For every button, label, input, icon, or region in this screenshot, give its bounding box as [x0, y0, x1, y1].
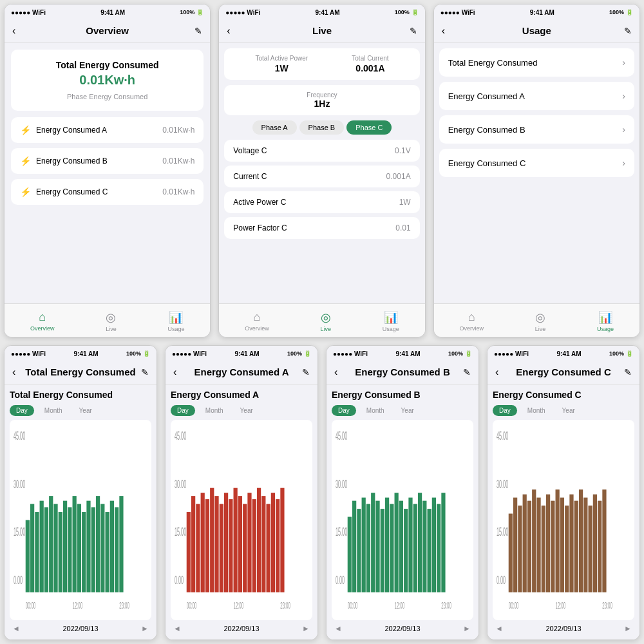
tab-overview-live[interactable]: ◎ Live: [106, 310, 117, 332]
chart-tab-day-c[interactable]: Day: [493, 405, 517, 416]
chart-b-phone: ●●●●● WiFi 9:41 AM 100% 🔋 ‹ Energy Consu…: [326, 345, 479, 640]
svg-rect-36: [191, 496, 195, 592]
back-button-live[interactable]: ‹: [227, 25, 240, 37]
svg-rect-106: [579, 489, 583, 592]
chart-c-phone: ●●●●● WiFi 9:41 AM 100% 🔋 ‹ Energy Consu…: [487, 345, 640, 640]
svg-rect-81: [432, 498, 436, 592]
voltage-value: 0.1V: [395, 146, 411, 155]
phase-btn-c[interactable]: Phase C: [346, 120, 392, 135]
usage-item-c[interactable]: Energy Consumed C ›: [439, 149, 634, 177]
edit-btn-chart-a[interactable]: ✎: [297, 367, 310, 377]
chart-total-content: Total Energy Consumed Day Month Year 45.…: [5, 384, 156, 639]
chart-tab-year-total[interactable]: Year: [73, 405, 99, 416]
svg-rect-18: [77, 504, 81, 592]
tab-usage-live[interactable]: ◎ Live: [535, 310, 546, 332]
next-arrow-a[interactable]: ►: [302, 624, 310, 633]
svg-text:0.00: 0.00: [497, 574, 506, 587]
chart-date-total: 2022/09/13: [62, 625, 98, 632]
next-arrow-total[interactable]: ►: [141, 624, 149, 633]
svg-rect-76: [408, 498, 412, 592]
edit-button-overview[interactable]: ✎: [189, 26, 202, 36]
nav-bar-chart-b: ‹ Energy Consumed B ✎: [327, 360, 478, 384]
svg-rect-83: [441, 493, 445, 592]
chart-tab-month-total[interactable]: Month: [38, 405, 69, 416]
tab-overview-usage[interactable]: 📊 Usage: [167, 310, 184, 332]
usage-label-a: Energy Consumed A: [448, 91, 525, 101]
phase-item-a[interactable]: ⚡ Energy Consumed A 0.01Kw·h: [11, 117, 204, 143]
chart-tab-month-a[interactable]: Month: [199, 405, 230, 416]
phase-btn-a[interactable]: Phase A: [252, 120, 297, 135]
live-icon-usage: ◎: [535, 310, 545, 325]
live-active-power: Total Active Power 1W: [255, 55, 308, 73]
edit-btn-chart-c[interactable]: ✎: [619, 367, 632, 377]
prev-arrow-b[interactable]: ◄: [334, 624, 342, 633]
tab-usage-overview[interactable]: ⌂ Overview: [460, 310, 484, 332]
chart-c-title: Energy Consumed C: [493, 390, 634, 400]
usage-item-total[interactable]: Total Energy Consumed ›: [439, 48, 634, 77]
nav-bar-overview: ‹ Overview ✎: [5, 19, 210, 43]
phase-item-b[interactable]: ⚡ Energy Consumed B 0.01Kw·h: [11, 148, 204, 174]
svg-rect-105: [574, 501, 578, 592]
svg-text:45.00: 45.00: [14, 430, 25, 442]
chart-a-nav: ◄ 2022/09/13 ►: [171, 620, 312, 634]
edit-btn-chart-total[interactable]: ✎: [136, 367, 149, 377]
back-btn-chart-b[interactable]: ‹: [334, 366, 347, 378]
next-arrow-c[interactable]: ►: [624, 624, 632, 633]
chart-tab-month-b[interactable]: Month: [360, 405, 391, 416]
svg-rect-35: [187, 512, 191, 592]
next-arrow-b[interactable]: ►: [463, 624, 471, 633]
phase-btn-b[interactable]: Phase B: [299, 120, 345, 135]
chart-tab-month-c[interactable]: Month: [521, 405, 552, 416]
phase-value-b: 0.01Kw·h: [162, 156, 194, 166]
active-power-label: Total Active Power: [255, 55, 308, 62]
signal-icons-live: ●●●●● WiFi: [225, 9, 260, 16]
back-btn-chart-total[interactable]: ‹: [12, 366, 25, 378]
prev-arrow-a[interactable]: ◄: [173, 624, 181, 633]
svg-text:0.00: 0.00: [336, 574, 345, 587]
svg-rect-37: [196, 504, 200, 592]
back-button-usage[interactable]: ‹: [442, 25, 455, 37]
svg-rect-72: [390, 504, 393, 592]
tab-live-usage[interactable]: 📊 Usage: [383, 310, 399, 332]
live-frequency-card: Frequency 1Hz: [224, 85, 419, 115]
phase-item-c[interactable]: ⚡ Energy Consumed C 0.01Kw·h: [11, 179, 204, 205]
svg-rect-78: [418, 493, 422, 592]
tab-live-live[interactable]: ◎ Live: [320, 310, 331, 332]
svg-text:12:00: 12:00: [395, 600, 405, 610]
svg-rect-23: [100, 504, 104, 592]
svg-rect-19: [82, 512, 86, 592]
svg-rect-101: [556, 489, 560, 592]
chart-tab-day-b[interactable]: Day: [332, 405, 356, 416]
chart-a-content: Energy Consumed A Day Month Year 45.00 3…: [166, 384, 317, 639]
phase-name-c: Energy Consumed C: [36, 187, 108, 196]
chart-tab-year-b[interactable]: Year: [395, 405, 421, 416]
svg-rect-46: [238, 496, 242, 592]
usage-item-b[interactable]: Energy Consumed B ›: [439, 115, 634, 144]
edit-btn-chart-b[interactable]: ✎: [458, 367, 471, 377]
tab-usage-usage[interactable]: 📊 Usage: [597, 310, 614, 332]
time-live: 9:41 AM: [315, 9, 339, 16]
svg-text:00:00: 00:00: [348, 600, 358, 610]
current-label: Current C: [233, 172, 267, 181]
edit-button-live[interactable]: ✎: [404, 26, 417, 36]
back-btn-chart-c[interactable]: ‹: [495, 366, 508, 378]
svg-rect-63: [348, 517, 352, 592]
tab-live-overview[interactable]: ⌂ Overview: [245, 310, 269, 332]
svg-text:23:00: 23:00: [119, 600, 129, 610]
back-button-overview[interactable]: ‹: [12, 25, 25, 37]
edit-button-usage[interactable]: ✎: [619, 26, 632, 36]
chart-tab-day-total[interactable]: Day: [10, 405, 34, 416]
phase-value-a: 0.01Kw·h: [162, 126, 194, 135]
chart-tab-year-a[interactable]: Year: [234, 405, 260, 416]
prev-arrow-total[interactable]: ◄: [12, 624, 20, 633]
chart-tab-year-c[interactable]: Year: [556, 405, 582, 416]
usage-item-a[interactable]: Energy Consumed A ›: [439, 82, 634, 110]
nav-bar-live: ‹ Live ✎: [219, 19, 424, 43]
svg-rect-47: [243, 504, 247, 592]
status-bar-chart-b: ●●●●● WiFi 9:41 AM 100% 🔋: [327, 346, 478, 360]
back-btn-chart-a[interactable]: ‹: [173, 366, 186, 378]
prev-arrow-c[interactable]: ◄: [495, 624, 503, 633]
svg-rect-44: [229, 499, 232, 592]
tab-overview-overview[interactable]: ⌂ Overview: [30, 310, 55, 332]
chart-tab-day-a[interactable]: Day: [171, 405, 195, 416]
